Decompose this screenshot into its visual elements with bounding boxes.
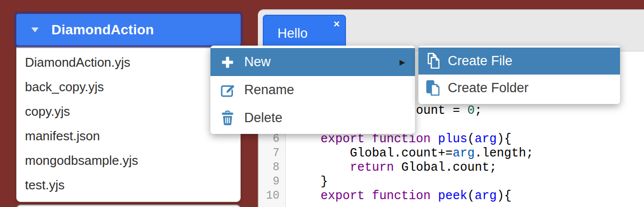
menu-item-rename[interactable]: Rename (210, 76, 415, 104)
menu-item-label: Rename (244, 82, 294, 98)
menu-item-label: New (244, 54, 271, 70)
code-line: } (286, 175, 328, 189)
line-number: 6 (250, 132, 279, 146)
menu-item-label: Create File (448, 53, 512, 69)
file-item[interactable]: mongodbsample.yjs (17, 148, 240, 173)
file-item[interactable]: manifest.json (17, 124, 240, 148)
code-line: export function plus(arg){ (286, 132, 511, 146)
edit-icon (219, 82, 236, 98)
trash-icon (219, 110, 236, 126)
line-number: 10 (250, 189, 279, 203)
submenu-arrow-icon: ▶ (399, 58, 405, 67)
menu-item-label: Create Folder (448, 80, 529, 96)
code-line: Global.count+=arg.length; (286, 146, 533, 160)
file-list: DiamondAction.yjsback_copy.yjscopy.yjsma… (16, 47, 241, 202)
menu-item-new[interactable]: New ▶ (210, 48, 415, 76)
menu-item-create-folder[interactable]: Create Folder (418, 75, 620, 102)
file-item[interactable]: back_copy.yjs (17, 75, 240, 99)
file-item[interactable]: DiamondAction.yjs (17, 50, 240, 75)
folder-header-diamondaction[interactable]: DiamondAction (16, 14, 241, 46)
copy-file-icon (423, 52, 443, 70)
menu-item-delete[interactable]: Delete (210, 104, 415, 132)
line-number: 9 (250, 175, 279, 189)
plus-icon (219, 55, 236, 70)
file-item[interactable]: copy.yjs (17, 99, 240, 124)
caret-down-icon (31, 27, 39, 32)
menu-item-label: Delete (244, 110, 282, 126)
line-number: 7 (250, 146, 279, 160)
code-line: export function peek(arg){ (286, 189, 511, 203)
new-submenu: Create File Create Folder (418, 46, 620, 104)
file-item[interactable]: test.yjs (17, 173, 240, 197)
context-menu: New ▶ Rename (210, 46, 415, 134)
close-icon[interactable]: ✕ (333, 19, 340, 29)
tab-label: Hello (277, 26, 308, 41)
collapsed-panel-edge[interactable] (16, 205, 241, 207)
code-line: return Global.count; (286, 160, 497, 175)
folder-title: DiamondAction (51, 22, 154, 38)
app-screen: Hello ✕ 12345678910 Global.count = 0;exp… (0, 0, 644, 207)
menu-item-create-file[interactable]: Create File (418, 48, 620, 75)
line-number: 8 (250, 160, 279, 175)
paste-file-icon (423, 79, 443, 97)
